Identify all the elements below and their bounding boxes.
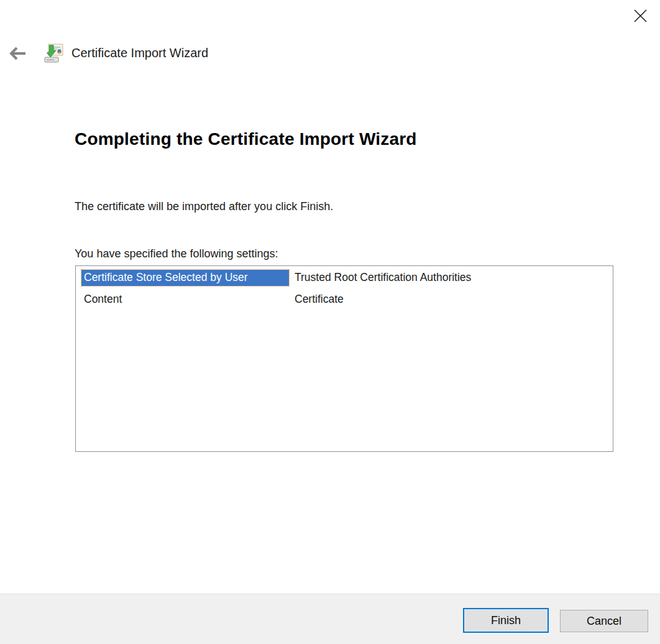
settings-row-content[interactable]: Content Certificate	[76, 292, 613, 313]
certificate-import-wizard-window: Certificate Import Wizard Completing the…	[0, 0, 660, 644]
back-arrow-icon	[9, 46, 27, 61]
footer-bar: Finish Cancel	[0, 594, 660, 644]
settings-row-certificate-store[interactable]: Certificate Store Selected by User Trust…	[76, 270, 613, 292]
setting-name[interactable]: Certificate Store Selected by User	[81, 270, 289, 286]
setting-value: Trusted Root Certification Authorities	[295, 270, 474, 286]
close-button[interactable]	[628, 5, 653, 26]
page-heading: Completing the Certificate Import Wizard	[75, 129, 417, 149]
wizard-title: Certificate Import Wizard	[71, 46, 208, 60]
close-icon	[633, 9, 648, 23]
finish-description: The certificate will be imported after y…	[75, 200, 333, 213]
setting-name[interactable]: Content	[81, 292, 289, 308]
setting-value: Certificate	[295, 292, 346, 308]
settings-list[interactable]: Certificate Store Selected by User Trust…	[75, 265, 613, 452]
wizard-header: Certificate Import Wizard	[0, 41, 660, 66]
settings-label: You have specified the following setting…	[75, 247, 278, 260]
cancel-button[interactable]: Cancel	[560, 610, 648, 632]
back-button[interactable]	[5, 41, 31, 66]
certificate-import-icon	[44, 43, 65, 64]
finish-button[interactable]: Finish	[463, 608, 549, 633]
